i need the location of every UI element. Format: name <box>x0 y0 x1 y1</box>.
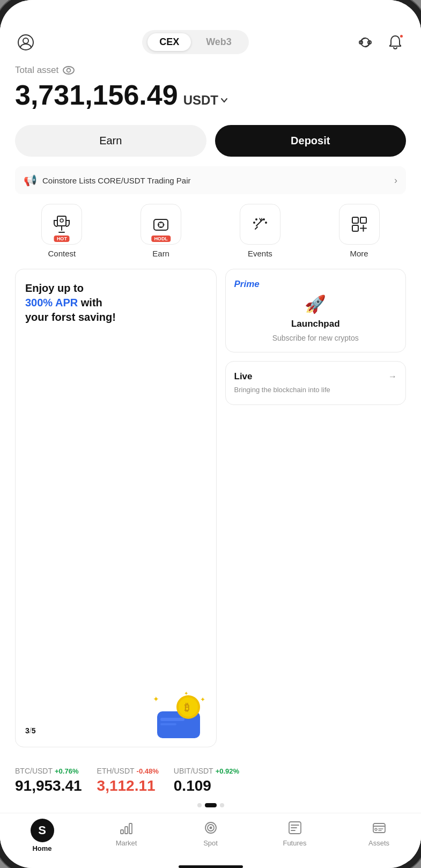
events-label: Events <box>248 249 272 258</box>
launchpad-card[interactable]: Prime 🚀 Launchpad Subscribe for new cryp… <box>225 269 407 352</box>
asset-value: 3,731,156.49 <box>15 79 178 111</box>
total-asset-text: Total asset <box>15 65 58 76</box>
rocket-icon: 🚀 <box>305 294 326 314</box>
nav-home[interactable]: S Home <box>0 819 84 852</box>
svg-text:✦: ✦ <box>153 695 159 703</box>
svg-rect-22 <box>160 718 184 721</box>
contest-label: Contest <box>48 249 76 258</box>
ticker-eth[interactable]: ETH/USDT -0.48% 3,112.11 <box>97 767 159 795</box>
svg-rect-29 <box>129 823 132 834</box>
launchpad-subtitle: Subscribe for new cryptos <box>272 334 359 342</box>
live-arrow-icon: → <box>388 372 397 381</box>
live-subtitle: Bringing the blockchain into life <box>234 385 397 395</box>
tab-web3[interactable]: Web3 <box>194 33 243 51</box>
svg-text:₿: ₿ <box>184 702 189 713</box>
quick-icon-contest[interactable]: HOT Contest <box>15 204 109 258</box>
ticker-btc[interactable]: BTC/USDT +0.76% 91,953.41 <box>15 767 82 795</box>
home-indicator <box>179 865 243 868</box>
futures-icon <box>286 819 304 837</box>
savings-card[interactable]: Enjoy up to 300% APR with your forst sav… <box>15 269 217 747</box>
wallet-illustration: ✦ ✦ ✦ ₿ <box>152 691 211 739</box>
eye-icon[interactable] <box>63 66 75 75</box>
nav-market[interactable]: Market <box>84 819 168 852</box>
announcement-content: 📢 Coinstore Lists CORE/USDT Trading Pair <box>24 174 190 187</box>
svg-rect-16 <box>360 217 366 223</box>
market-icon <box>117 819 136 837</box>
quick-icon-events[interactable]: Events <box>213 204 307 258</box>
nav-assets[interactable]: Assets <box>337 819 421 852</box>
svg-point-32 <box>209 827 212 829</box>
svg-rect-27 <box>121 830 123 834</box>
svg-point-12 <box>265 222 267 224</box>
chevron-right-icon: › <box>394 175 397 186</box>
prime-label: Prime <box>234 279 260 290</box>
dot-2 <box>205 803 217 807</box>
earn-icon-box: HODL <box>141 204 181 245</box>
svg-rect-23 <box>160 723 176 725</box>
asset-amount: 3,731,156.49 USDT <box>15 79 406 111</box>
svg-point-35 <box>375 828 377 830</box>
eth-pair: ETH/USDT -0.48% <box>97 767 159 775</box>
svg-point-5 <box>63 67 74 74</box>
savings-heading: Enjoy up to 300% APR with your forst sav… <box>25 281 206 325</box>
svg-rect-28 <box>125 827 128 834</box>
bottom-nav: S Home Market <box>0 813 421 861</box>
profile-icon[interactable] <box>15 32 36 53</box>
contest-icon-box: HOT <box>41 204 82 245</box>
tab-cex[interactable]: CEX <box>147 33 191 51</box>
ticker-dots <box>0 800 421 813</box>
earn-button[interactable]: Earn <box>15 125 206 157</box>
launchpad-title: Launchpad <box>291 319 340 329</box>
right-cards-col: Prime 🚀 Launchpad Subscribe for new cryp… <box>225 269 407 747</box>
svg-text:✦: ✦ <box>200 696 205 703</box>
announcement-icon: 📢 <box>24 174 37 187</box>
assets-label: Assets <box>368 839 389 847</box>
ticker-ubit[interactable]: UBIT/USDT +0.92% 0.109 <box>174 767 239 795</box>
notification-dot <box>399 34 404 39</box>
nav-futures[interactable]: Futures <box>253 819 337 852</box>
svg-point-8 <box>60 219 63 222</box>
tab-switcher: CEX Web3 <box>142 30 249 54</box>
total-asset-label: Total asset <box>15 65 406 76</box>
live-card[interactable]: Live → Bringing the blockchain into life <box>225 361 407 405</box>
savings-card-text: Enjoy up to 300% APR with your forst sav… <box>25 281 206 325</box>
ubit-pair: UBIT/USDT +0.92% <box>174 767 239 775</box>
quick-icon-more[interactable]: More <box>312 204 406 258</box>
market-label: Market <box>116 839 137 847</box>
more-label: More <box>350 249 368 258</box>
nav-right-icons <box>354 32 406 53</box>
spot-label: Spot <box>203 839 218 847</box>
eth-change: -0.48% <box>137 767 159 775</box>
nav-spot[interactable]: Spot <box>168 819 253 852</box>
assets-icon <box>370 819 388 837</box>
ubit-change: +0.92% <box>216 767 239 775</box>
home-icon: S <box>31 819 54 842</box>
spot-icon <box>202 819 220 837</box>
live-title: Live <box>234 371 253 382</box>
quick-icons-row: HOT Contest HODL Earn <box>0 204 421 269</box>
futures-label: Futures <box>283 839 306 847</box>
hot-badge: HOT <box>54 236 70 242</box>
svg-point-13 <box>255 218 257 220</box>
earn-label: Earn <box>152 249 169 258</box>
announcement-text: Coinstore Lists CORE/USDT Trading Pair <box>42 176 190 185</box>
btc-change: +0.76% <box>55 767 78 775</box>
asset-section: Total asset 3,731,156.49 USDT <box>0 60 421 120</box>
action-buttons: Earn Deposit <box>0 120 421 166</box>
ticker-section: BTC/USDT +0.76% 91,953.41 ETH/USDT -0.48… <box>0 758 421 800</box>
cards-section: Enjoy up to 300% APR with your forst sav… <box>0 269 421 758</box>
quick-icon-earn[interactable]: HODL Earn <box>114 204 208 258</box>
live-header: Live → <box>234 371 397 382</box>
asset-currency[interactable]: USDT <box>183 93 228 108</box>
dot-3 <box>220 803 224 807</box>
support-icon[interactable] <box>354 32 376 53</box>
more-icon-box <box>339 204 380 245</box>
deposit-button[interactable]: Deposit <box>215 125 407 157</box>
svg-point-6 <box>67 69 71 72</box>
svg-rect-9 <box>154 219 168 230</box>
announcement-bar[interactable]: 📢 Coinstore Lists CORE/USDT Trading Pair… <box>15 166 406 194</box>
notification-icon[interactable] <box>385 32 406 53</box>
svg-rect-34 <box>373 823 385 833</box>
dot-1 <box>197 803 202 807</box>
top-nav: CEX Web3 <box>0 24 421 60</box>
